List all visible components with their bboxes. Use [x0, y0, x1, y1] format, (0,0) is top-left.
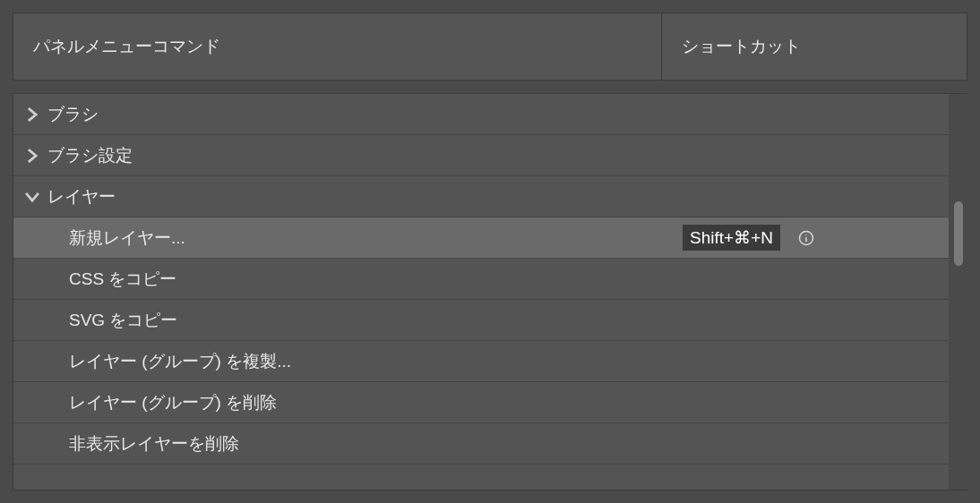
- info-icon[interactable]: [796, 228, 816, 248]
- command-label: 新規レイヤー...: [69, 226, 683, 250]
- table-header: パネルメニューコマンド ショートカット: [13, 13, 967, 81]
- command-label: CSS をコピー: [69, 268, 967, 291]
- column-header-command: パネルメニューコマンド: [13, 13, 662, 80]
- panel-container: パネルメニューコマンド ショートカット ブラシ ブラシ設定: [0, 0, 980, 503]
- command-row-duplicate-layer-group[interactable]: レイヤー (グループ) を複製...: [13, 341, 967, 382]
- command-row-copy-svg[interactable]: SVG をコピー: [13, 300, 967, 341]
- command-label: レイヤー (グループ) を削除: [69, 391, 967, 414]
- group-label: ブラシ: [47, 103, 967, 126]
- column-header-shortcut-label: ショートカット: [682, 35, 801, 58]
- chevron-right-icon: [22, 105, 42, 124]
- chevron-down-icon: [22, 187, 42, 207]
- column-header-command-label: パネルメニューコマンド: [33, 35, 220, 58]
- command-row-copy-css[interactable]: CSS をコピー: [13, 259, 967, 300]
- scrollbar-track[interactable]: [949, 94, 968, 490]
- group-row-brushes[interactable]: ブラシ: [13, 94, 967, 135]
- command-list-content: ブラシ ブラシ設定 レイヤー 新規レイヤー... Shift+⌘+N: [13, 94, 967, 490]
- group-row-brush-settings[interactable]: ブラシ設定: [13, 135, 967, 176]
- command-label: SVG をコピー: [69, 309, 967, 332]
- group-label: ブラシ設定: [47, 144, 967, 167]
- chevron-right-icon: [22, 146, 42, 166]
- group-label: レイヤー: [47, 185, 967, 209]
- command-row-delete-hidden-layers[interactable]: 非表示レイヤーを削除: [13, 423, 967, 465]
- scrollbar-thumb[interactable]: [954, 201, 963, 266]
- group-row-layers[interactable]: レイヤー: [13, 176, 967, 217]
- command-row-delete-layer-group[interactable]: レイヤー (グループ) を削除: [13, 382, 967, 423]
- svg-point-1: [805, 234, 806, 235]
- shortcut-field[interactable]: Shift+⌘+N: [683, 225, 780, 251]
- command-label: レイヤー (グループ) を複製...: [69, 350, 967, 373]
- command-label: 非表示レイヤーを削除: [69, 432, 967, 456]
- command-row-new-layer[interactable]: 新規レイヤー... Shift+⌘+N: [13, 217, 967, 259]
- column-header-shortcut: ショートカット: [662, 13, 967, 80]
- command-list: ブラシ ブラシ設定 レイヤー 新規レイヤー... Shift+⌘+N: [13, 93, 967, 490]
